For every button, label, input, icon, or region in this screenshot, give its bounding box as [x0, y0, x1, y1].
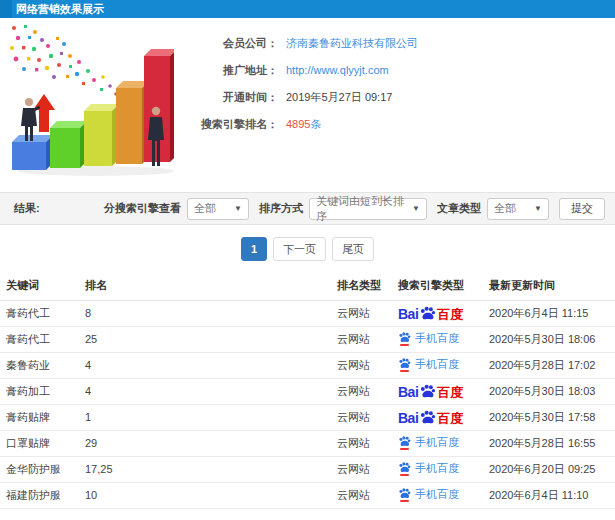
info-fields: 会员公司：济南秦鲁药业科技有限公司 推广地址：http://www.qlyyjt… [170, 30, 418, 138]
chevron-down-icon: ▼ [234, 204, 242, 213]
confetti-dots [10, 25, 118, 96]
pagination-last-button[interactable]: 尾页 [332, 237, 374, 261]
baidu-mobile-logo: 手机百度 [398, 357, 459, 372]
rank-cell [85, 508, 337, 520]
engine-cell: 手机百度 [398, 430, 489, 456]
updated-cell: 2020年5月28日 16:55 [489, 430, 615, 456]
chevron-down-icon: ▼ [412, 204, 420, 213]
baidu-pc-logo: Bai 百度 [398, 409, 463, 425]
updated-cell: 2020年5月30日 18:03 [489, 378, 615, 404]
rank-type-cell: 云网站 [337, 456, 398, 482]
baidu-mobile-paw-icon [398, 331, 411, 346]
keyword-cell: 膏药贴牌 [0, 404, 85, 430]
table-row: 膏药加工 4 云网站 Bai 百度 2020年5月30日 18:03 [0, 378, 615, 404]
table-row: 膏药代工 8 云网站 Bai 百度 2020年6月4日 11:15 [0, 300, 615, 326]
promo-url-link[interactable]: http://www.qlyyjt.com [286, 64, 389, 76]
rank-type-cell: 云网站 [337, 378, 398, 404]
pagination-next-button[interactable]: 下一页 [273, 237, 326, 261]
rank-cell[interactable]: 17,25 [85, 456, 337, 482]
ranking-count-label: 搜索引擎排名： [170, 111, 278, 138]
baidu-mobile-paw-icon [398, 461, 411, 476]
baidu-mobile-logo: 手机百度 [398, 487, 459, 502]
rank-cell[interactable]: 4 [85, 352, 337, 378]
updated-cell: 2020年5月30日 17:58 [489, 404, 615, 430]
table-row: 膏药贴牌 1 云网站 Bai 百度 2020年5月30日 17:58 [0, 404, 615, 430]
ranking-count-unit[interactable]: 条 [310, 118, 321, 130]
pagination-page-1[interactable]: 1 [241, 237, 267, 261]
page-title: 网络营销效果展示 [16, 3, 104, 15]
titlebar: 网络营销效果展示 [0, 0, 615, 18]
marketing-effect-page: 网络营销效果展示 [0, 0, 615, 520]
info-row-open-time: 开通时间：2019年5月27日 09:17 [170, 84, 418, 111]
keyword-cell: 福建防护服 [0, 482, 85, 508]
engine-cell: 手机百度 [398, 326, 489, 352]
sort-select[interactable]: 关键词由短到长排序▼ [309, 198, 427, 220]
updated-cell [489, 508, 615, 520]
rank-type-cell [337, 508, 398, 520]
keyword-cell [0, 508, 85, 520]
pagination: 1 下一页 尾页 [0, 225, 615, 272]
engine-cell [398, 508, 489, 520]
updated-cell: 2020年5月30日 18:06 [489, 326, 615, 352]
bar-chart-illustration [4, 22, 174, 178]
rank-type-cell: 云网站 [337, 352, 398, 378]
updated-cell: 2020年6月20日 09:25 [489, 456, 615, 482]
rank-type-cell: 云网站 [337, 326, 398, 352]
info-row-ranking-count: 搜索引擎排名：4895条 [170, 111, 418, 138]
rank-cell[interactable]: 29 [85, 430, 337, 456]
baidu-paw-icon [419, 383, 436, 400]
engine-cell: Bai 百度 [398, 378, 489, 404]
rank-type-cell: 云网站 [337, 300, 398, 326]
engine-cell: 手机百度 [398, 482, 489, 508]
info-section: 会员公司：济南秦鲁药业科技有限公司 推广地址：http://www.qlyyjt… [0, 18, 615, 192]
baidu-paw-icon [419, 409, 436, 426]
table-row: 膏药代工 25 云网站 手机百度 2020年5月30日 18:06 [0, 326, 615, 352]
rank-type-cell: 云网站 [337, 482, 398, 508]
rank-type-cell: 云网站 [337, 430, 398, 456]
header-rank-type: 排名类型 [337, 272, 398, 300]
updated-cell: 2020年6月4日 11:10 [489, 482, 615, 508]
rank-cell[interactable]: 10 [85, 482, 337, 508]
info-row-company: 会员公司：济南秦鲁药业科技有限公司 [170, 30, 418, 57]
engine-cell: Bai 百度 [398, 300, 489, 326]
table-row: 福建防护服 10 云网站 手机百度 2020年6月4日 11:10 [0, 482, 615, 508]
submit-button[interactable]: 提交 [559, 198, 605, 220]
promo-url-label: 推广地址： [170, 57, 278, 84]
sort-label: 排序方式 [259, 201, 303, 216]
baidu-pc-logo: Bai 百度 [398, 305, 463, 321]
table-header-row: 关键词 排名 排名类型 搜索引擎类型 最新更新时间 [0, 272, 615, 300]
sort-value: 关键词由短到长排序 [316, 194, 406, 224]
ranking-table: 关键词 排名 排名类型 搜索引擎类型 最新更新时间 膏药代工 8 云网站 Bai… [0, 272, 615, 520]
header-keyword: 关键词 [0, 272, 85, 300]
company-link[interactable]: 济南秦鲁药业科技有限公司 [286, 37, 418, 49]
baidu-mobile-logo: 手机百度 [398, 331, 459, 346]
chevron-down-icon: ▼ [534, 204, 542, 213]
article-type-select[interactable]: 全部▼ [487, 198, 549, 220]
rank-type-cell: 云网站 [337, 404, 398, 430]
table-row: 口罩贴牌 29 云网站 手机百度 2020年5月28日 16:55 [0, 430, 615, 456]
filter-toolbar: 结果: 分搜索引擎查看 全部▼ 排序方式 关键词由短到长排序▼ 文章类型 全部▼… [0, 192, 615, 225]
engine-filter-select[interactable]: 全部▼ [187, 198, 249, 220]
keyword-cell: 秦鲁药业 [0, 352, 85, 378]
baidu-mobile-logo: 手机百度 [398, 461, 459, 476]
header-updated: 最新更新时间 [489, 272, 615, 300]
baidu-mobile-paw-icon [398, 357, 411, 372]
baidu-pc-logo: Bai 百度 [398, 383, 463, 399]
table-row: 秦鲁药业 4 云网站 手机百度 2020年5月28日 17:02 [0, 352, 615, 378]
engine-filter-value: 全部 [194, 201, 216, 216]
article-type-value: 全部 [494, 201, 516, 216]
updated-cell: 2020年6月4日 11:15 [489, 300, 615, 326]
open-time-value: 2019年5月27日 09:17 [286, 91, 392, 103]
baidu-paw-icon [419, 305, 436, 322]
rank-cell[interactable]: 25 [85, 326, 337, 352]
rank-cell[interactable]: 1 [85, 404, 337, 430]
baidu-mobile-paw-icon [398, 435, 411, 450]
ranking-count-value: 4895 [286, 118, 310, 130]
rank-cell[interactable]: 4 [85, 378, 337, 404]
header-engine-type: 搜索引擎类型 [398, 272, 489, 300]
header-rank: 排名 [85, 272, 337, 300]
updated-cell: 2020年5月28日 17:02 [489, 352, 615, 378]
keyword-cell: 膏药代工 [0, 326, 85, 352]
rank-cell[interactable]: 8 [85, 300, 337, 326]
table-row-partial [0, 508, 615, 520]
